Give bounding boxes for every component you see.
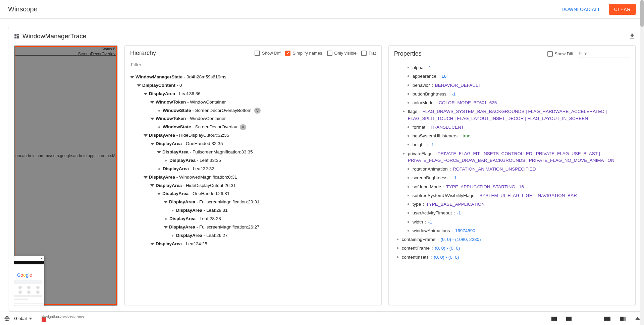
- hierarchy-tree[interactable]: WindowManagerState - 0d4h28m59s619msDisp…: [125, 72, 381, 306]
- property-row[interactable]: rotationAnimation : ROTATION_ANIMATION_U…: [395, 165, 631, 174]
- caret-icon[interactable]: [150, 118, 154, 120]
- tree-node[interactable]: DisplayArea - Leaf:24:25: [150, 240, 381, 248]
- property-row[interactable]: privateFlags : PRIVATE_FLAG_FIT_INSETS_C…: [395, 149, 631, 165]
- dashboard-icon: [14, 33, 20, 39]
- bullet-icon: [408, 168, 409, 170]
- tree-node[interactable]: DisplayArea - FullscreenMagnification:26…: [164, 223, 381, 232]
- tree-node[interactable]: DisplayArea - Leaf:29:31: [170, 206, 381, 215]
- properties-panel: Properties Show Diff alpha : 1appearance…: [388, 45, 636, 306]
- download-all-button[interactable]: DOWNLOAD ALL: [557, 4, 604, 15]
- bullet-icon: [408, 126, 409, 128]
- property-row[interactable]: hasSystemUiListeners : true: [395, 132, 631, 140]
- tree-node[interactable]: DisplayArea - Leaf:28:28: [164, 215, 381, 223]
- tree-node[interactable]: DisplayArea - FullscreenMagnification:33…: [157, 148, 381, 156]
- tree-node[interactable]: DisplayArea - Leaf:26:27: [170, 232, 381, 240]
- show-diff-checkbox[interactable]: Show Diff: [255, 51, 280, 56]
- hierarchy-filter-input[interactable]: [130, 61, 182, 69]
- property-row[interactable]: appearance : 16: [395, 72, 631, 81]
- property-row[interactable]: format : TRANSLUCENT: [395, 123, 631, 132]
- tree-node[interactable]: WindowState - ScreenDecorOverlayV: [157, 123, 381, 131]
- props-show-diff-checkbox[interactable]: Show Diff: [547, 51, 573, 57]
- tree-node[interactable]: DisplayArea - Leaf:33:35: [164, 156, 381, 165]
- tree-node[interactable]: DisplayArea - Leaf:32:32: [157, 165, 381, 173]
- clear-button[interactable]: CLEAR: [609, 4, 636, 15]
- preview-chrome-label: om.android.chrome/com.google.android.app…: [15, 153, 116, 158]
- hierarchy-title: Hierarchy: [130, 50, 156, 57]
- property-row[interactable]: height : -1: [395, 140, 631, 149]
- topbar-actions: DOWNLOAD ALL CLEAR: [557, 4, 636, 15]
- flat-checkbox[interactable]: Flat: [361, 51, 376, 56]
- bullet-icon: [408, 230, 409, 232]
- only-visible-checkbox[interactable]: Only visible: [327, 51, 357, 56]
- visible-chip: V: [240, 124, 246, 130]
- caret-icon[interactable]: [130, 76, 134, 78]
- property-row[interactable]: subtreeSystemUiVisibilityFlags : SYSTEM_…: [395, 191, 631, 200]
- property-row[interactable]: alpha : 1: [395, 63, 631, 72]
- bullet-icon: [165, 218, 167, 220]
- visible-chip: V: [254, 108, 261, 113]
- properties-list[interactable]: alpha : 1appearance : 16behavior : BEHAV…: [389, 62, 635, 306]
- tree-node[interactable]: DisplayArea - OneHanded:26:31: [157, 190, 381, 198]
- property-row[interactable]: contentInsets : (0, 0) - (0, 0): [395, 253, 631, 262]
- close-icon[interactable]: ✕: [41, 257, 43, 260]
- property-row[interactable]: windowAnimations : 16974590: [395, 226, 631, 235]
- property-row[interactable]: contentFrame : (0, 0) - (0, 0): [395, 244, 631, 253]
- property-row[interactable]: colorMode : COLOR_MODE_BT601_625: [395, 99, 631, 107]
- tree-node[interactable]: DisplayArea - Leaf:36:36: [144, 90, 381, 98]
- caret-icon[interactable]: [137, 84, 141, 87]
- preview-status-label: Status B: [101, 47, 115, 51]
- property-row[interactable]: softInputMode : TYPE_APPLICATION_STARTIN…: [395, 183, 631, 191]
- caret-icon[interactable]: [150, 101, 154, 104]
- caret-icon[interactable]: [164, 201, 168, 203]
- bullet-icon: [408, 221, 409, 223]
- property-row[interactable]: width : -1: [395, 218, 631, 226]
- caret-icon[interactable]: [144, 176, 148, 179]
- bullet-icon: [408, 186, 409, 188]
- preview-divider: [15, 55, 116, 56]
- bullet-icon: [397, 247, 398, 249]
- property-row[interactable]: behavior : BEHAVIOR_DEFAULT: [395, 81, 631, 90]
- caret-icon[interactable]: [157, 193, 161, 195]
- simplify-names-checkbox[interactable]: Simplify names: [285, 51, 322, 56]
- caret-icon[interactable]: [150, 143, 154, 145]
- tree-node[interactable]: WindowToken - WindowContainer: [150, 115, 381, 123]
- tree-node[interactable]: DisplayArea - FullscreenMagnification:29…: [164, 198, 381, 206]
- tree-node[interactable]: WindowState - ScreenDecorOverlayBottomV: [157, 107, 381, 115]
- mini-phone-preview[interactable]: ⠿ ✕ ⌂⋮ Google ◁○□: [14, 256, 44, 306]
- caret-icon[interactable]: [150, 243, 154, 245]
- bullet-icon: [408, 195, 409, 196]
- tree-node[interactable]: DisplayArea - HideDisplayCutout:32:35: [144, 131, 381, 140]
- tree-node[interactable]: DisplayArea - HideDisplayCutout:26:31: [150, 182, 381, 190]
- property-row[interactable]: containingFrame : (0, 0) - (1080, 2280): [395, 235, 631, 244]
- bullet-icon: [165, 160, 167, 161]
- download-icon[interactable]: [629, 33, 636, 40]
- tree-node[interactable]: DisplayArea - OneHanded:32:35: [150, 140, 381, 148]
- property-row[interactable]: screenBrightness : -1: [395, 174, 631, 182]
- bullet-icon: [408, 93, 409, 95]
- tree-node[interactable]: DisplayArea - WindowedMagnification:0:31: [144, 173, 381, 182]
- property-row[interactable]: flags : FLAG_DRAWS_SYSTEM_BAR_BACKGROUND…: [395, 107, 631, 123]
- bullet-icon: [172, 210, 173, 211]
- tree-node[interactable]: WindowToken - WindowContainer: [150, 98, 381, 107]
- caret-icon[interactable]: [150, 184, 154, 187]
- caret-icon[interactable]: [157, 151, 161, 153]
- trace-card: WindowManagerTrace Status B ScreenDecorO…: [8, 27, 641, 312]
- page-scrollbar[interactable]: [640, 0, 644, 312]
- bullet-icon: [408, 177, 409, 179]
- caret-icon[interactable]: [164, 226, 168, 229]
- properties-filter-input[interactable]: [578, 50, 630, 58]
- tree-node[interactable]: WindowManagerState - 0d4h28m59s619ms: [130, 73, 381, 81]
- bullet-icon: [408, 144, 409, 145]
- property-row[interactable]: buttonBrightness : -1: [395, 90, 631, 99]
- bullet-icon: [408, 67, 409, 68]
- tree-node[interactable]: DisplayContent - 0: [137, 81, 381, 90]
- hierarchy-panel: Hierarchy Show Diff Simplify names Only …: [124, 45, 382, 306]
- caret-icon[interactable]: [144, 134, 148, 137]
- bullet-icon: [158, 168, 160, 170]
- properties-title: Properties: [394, 50, 422, 57]
- app-title: Winscope: [8, 5, 38, 13]
- property-row[interactable]: type : TYPE_BASE_APPLICATION: [395, 200, 631, 209]
- caret-icon[interactable]: [144, 93, 148, 95]
- property-row[interactable]: userActivityTimeout : -1: [395, 209, 631, 217]
- bullet-icon: [158, 126, 160, 128]
